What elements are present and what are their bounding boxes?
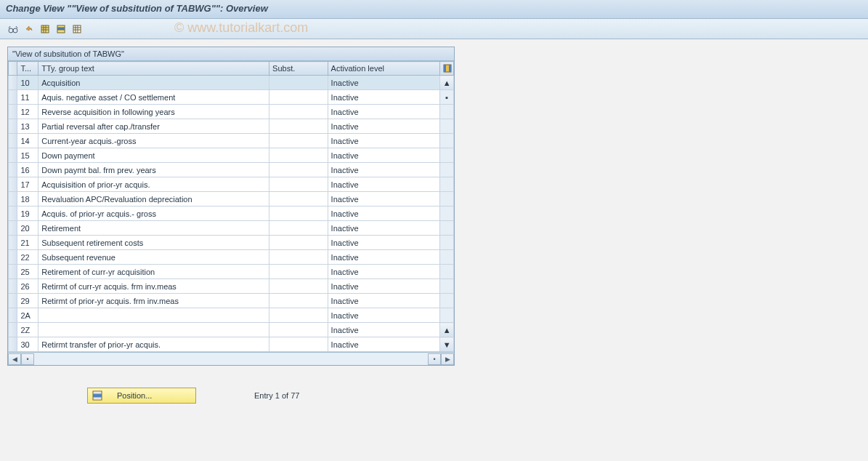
table-row[interactable]: 12Reverse acquisition in following years… [9, 105, 454, 119]
cell-text[interactable]: Acquisisition of prior-yr acquis. [38, 177, 269, 192]
cell-text[interactable]: Retirmt transfer of prior-yr acquis. [38, 337, 269, 352]
cell-subst[interactable] [269, 105, 328, 119]
row-handle[interactable] [9, 177, 17, 192]
vscroll-track[interactable] [440, 308, 454, 323]
row-handle[interactable] [9, 148, 17, 163]
cell-subst[interactable] [269, 90, 328, 105]
table-row[interactable]: 30Retirmt transfer of prior-yr acquis.In… [9, 337, 454, 352]
cell-subst[interactable] [269, 177, 328, 192]
table-row[interactable]: 26Retirmt of curr-yr acquis. frm inv.mea… [9, 279, 454, 294]
select-all-button[interactable] [38, 22, 52, 36]
cell-t[interactable]: 12 [17, 105, 38, 119]
horizontal-scrollbar[interactable]: ◀ • • ▶ [8, 352, 454, 365]
table-row[interactable]: 25Retirement of curr-yr acquisitionInact… [9, 265, 454, 279]
vscroll-track[interactable] [440, 119, 454, 134]
cell-subst[interactable] [269, 279, 328, 294]
cell-activation[interactable]: Inactive [328, 119, 440, 134]
table-config-button[interactable] [440, 62, 454, 76]
table-row[interactable]: 2ZInactive▲ [9, 323, 454, 337]
cell-text[interactable]: Retirmt of curr-yr acquis. frm inv.meas [38, 279, 269, 294]
cell-t[interactable]: 16 [17, 163, 38, 177]
cell-activation[interactable]: Inactive [328, 177, 440, 192]
cell-t[interactable]: 18 [17, 192, 38, 207]
cell-t[interactable]: 25 [17, 265, 38, 279]
cell-text[interactable]: Down paymt bal. frm prev. years [38, 163, 269, 177]
cell-text[interactable]: Acquis. of prior-yr acquis.- gross [38, 207, 269, 221]
cell-activation[interactable]: Inactive [328, 148, 440, 163]
row-handle[interactable] [9, 207, 17, 221]
row-handle[interactable] [9, 221, 17, 236]
vscroll-track[interactable] [440, 236, 454, 250]
cell-t[interactable]: 14 [17, 134, 38, 148]
cell-activation[interactable]: Inactive [328, 308, 440, 323]
cell-t[interactable]: 11 [17, 90, 38, 105]
vscroll-track[interactable] [440, 192, 454, 207]
cell-text[interactable]: Current-year acquis.-gross [38, 134, 269, 148]
table-row[interactable]: 13Partial reversal after cap./transferIn… [9, 119, 454, 134]
hscroll-right-step[interactable]: • [428, 353, 441, 365]
cell-text[interactable]: Aquis. negative asset / CO settlement [38, 90, 269, 105]
row-handle[interactable] [9, 134, 17, 148]
row-handle[interactable] [9, 250, 17, 265]
cell-subst[interactable] [269, 119, 328, 134]
col-header-t[interactable]: T... [17, 62, 38, 76]
vscroll-track[interactable] [440, 294, 454, 308]
vscroll-track[interactable] [440, 265, 454, 279]
vscroll-track[interactable] [440, 250, 454, 265]
vscroll-track[interactable] [440, 134, 454, 148]
cell-activation[interactable]: Inactive [328, 163, 440, 177]
hscroll-left-button[interactable]: ◀ [8, 353, 21, 365]
vscroll-track[interactable] [440, 105, 454, 119]
col-header-subst[interactable]: Subst. [269, 62, 328, 76]
hscroll-track[interactable] [34, 353, 428, 365]
vscroll-thumb[interactable]: ▪ [440, 90, 454, 105]
cell-activation[interactable]: Inactive [328, 236, 440, 250]
cell-t[interactable]: 29 [17, 294, 38, 308]
row-handle[interactable] [9, 90, 17, 105]
vscroll-track[interactable] [440, 279, 454, 294]
table-row[interactable]: 19Acquis. of prior-yr acquis.- grossInac… [9, 207, 454, 221]
table-row[interactable]: 20RetirementInactive [9, 221, 454, 236]
cell-subst[interactable] [269, 134, 328, 148]
cell-activation[interactable]: Inactive [328, 337, 440, 352]
row-handle[interactable] [9, 308, 17, 323]
row-handle[interactable] [9, 163, 17, 177]
cell-t[interactable]: 10 [17, 76, 38, 90]
cell-activation[interactable]: Inactive [328, 105, 440, 119]
vscroll-track[interactable] [440, 221, 454, 236]
cell-subst[interactable] [269, 192, 328, 207]
table-row[interactable]: 16Down paymt bal. frm prev. yearsInactiv… [9, 163, 454, 177]
undo-button[interactable] [22, 22, 36, 36]
cell-subst[interactable] [269, 294, 328, 308]
row-handle[interactable] [9, 265, 17, 279]
table-row[interactable]: 17Acquisisition of prior-yr acquis.Inact… [9, 177, 454, 192]
row-handle[interactable] [9, 294, 17, 308]
table-row[interactable]: 21Subsequent retirement costsInactive [9, 236, 454, 250]
table-row[interactable]: 2AInactive [9, 308, 454, 323]
cell-text[interactable]: Subsequent retirement costs [38, 236, 269, 250]
cell-activation[interactable]: Inactive [328, 192, 440, 207]
cell-t[interactable]: 19 [17, 207, 38, 221]
row-handle[interactable] [9, 192, 17, 207]
vscroll-track[interactable] [440, 177, 454, 192]
cell-text[interactable]: Retirement of curr-yr acquisition [38, 265, 269, 279]
hscroll-right-button[interactable]: ▶ [441, 353, 454, 365]
deselect-button[interactable] [70, 22, 84, 36]
cell-t[interactable]: 21 [17, 236, 38, 250]
cell-activation[interactable]: Inactive [328, 221, 440, 236]
row-handle[interactable] [9, 279, 17, 294]
cell-text[interactable]: Retirement [38, 221, 269, 236]
cell-subst[interactable] [269, 148, 328, 163]
cell-t[interactable]: 17 [17, 177, 38, 192]
table-row[interactable]: 18Revaluation APC/Revaluation depreciati… [9, 192, 454, 207]
cell-t[interactable]: 22 [17, 250, 38, 265]
vscroll-down-button[interactable]: ▼ [440, 337, 454, 352]
table-row[interactable]: 10AcquisitionInactive▲ [9, 76, 454, 90]
row-handle[interactable] [9, 337, 17, 352]
position-button[interactable]: Position... [87, 388, 196, 404]
cell-text[interactable] [38, 323, 269, 337]
cell-activation[interactable]: Inactive [328, 323, 440, 337]
cell-activation[interactable]: Inactive [328, 250, 440, 265]
cell-subst[interactable] [269, 207, 328, 221]
table-row[interactable]: 14Current-year acquis.-grossInactive [9, 134, 454, 148]
